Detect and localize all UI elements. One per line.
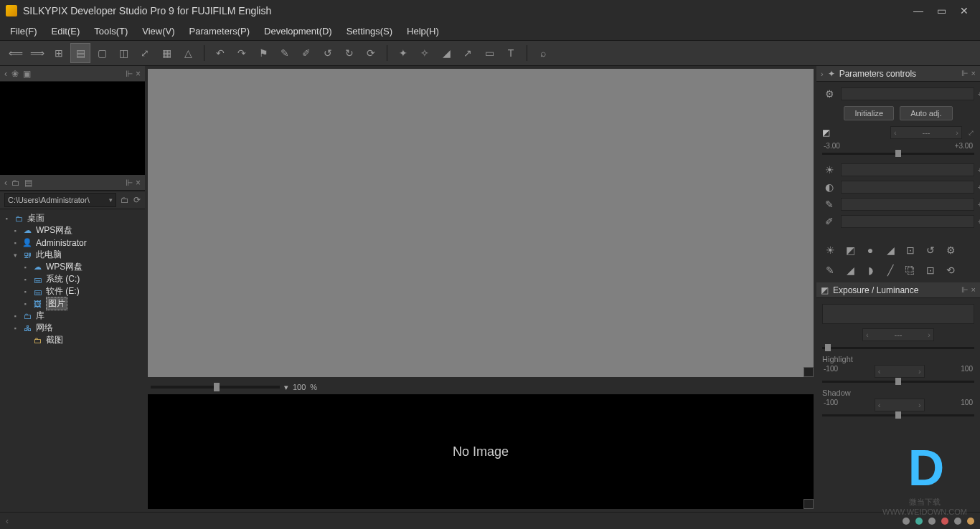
chevron-right-icon[interactable]: › [821,70,824,78]
tree-wps2[interactable]: ▪☁WPS网盘 [1,261,143,273]
tool-sharpen-icon[interactable]: ◢ [842,262,858,278]
tool-rotate2-icon[interactable]: ⟲ [943,262,958,278]
exposure-slider[interactable] [822,153,974,155]
collapse-icon[interactable]: ⊩ [961,285,969,295]
tool-text-icon[interactable]: T [501,43,521,63]
path-field[interactable]: C:\Users\Administrator\ [4,193,116,207]
brightness-field[interactable] [841,163,974,176]
tool-highlight-icon[interactable]: ◢ [882,242,898,258]
contrast-icon[interactable]: ◐ [822,181,837,193]
tool-next-icon[interactable]: ⟹ [27,43,47,63]
tool-crop2-icon[interactable]: ⊡ [923,262,938,278]
camera-icon[interactable]: ▣ [23,69,31,79]
collapse-icon[interactable]: ⊩ [126,178,133,188]
tool-line-icon[interactable]: ╱ [882,262,898,278]
menu-settings[interactable]: Settings(S) [341,23,398,39]
tool-copy-icon[interactable]: ⿻ [903,262,918,278]
tool-erase-icon[interactable]: ◢ [436,43,456,63]
collapse-icon[interactable]: ⊩ [961,69,969,78]
tool-brush-icon[interactable]: ✎ [275,43,295,63]
tool-split-icon[interactable]: ◫ [113,43,133,63]
resize-handle-icon[interactable] [804,367,814,377]
tool-screen-icon[interactable]: ▭ [479,43,499,63]
tool-gear2-icon[interactable]: ⚙ [943,242,958,258]
tool-brush2-icon[interactable]: ✎ [822,262,838,278]
tree-sysc[interactable]: ▪🖴系统 (C:) [1,273,143,285]
shadow-slider[interactable] [822,414,974,416]
tool-flag-icon[interactable]: ⚑ [253,43,273,63]
tool-rotate-ccw-icon[interactable]: ↺ [318,43,338,63]
color-icon[interactable]: ✎ [822,199,837,210]
tool-tone-icon[interactable]: ◩ [842,242,858,258]
tool-crop-icon[interactable]: ⊡ [903,242,918,258]
chevron-left-icon[interactable]: ‹ [4,69,7,79]
tree-library[interactable]: ▪🗀库 [1,310,143,322]
tool-rotate-cw-icon[interactable]: ↻ [339,43,359,63]
initialize-button[interactable]: Initialize [844,106,894,120]
tool-redo-icon[interactable]: ↷ [232,43,252,63]
chevron-left-icon[interactable]: ‹ [4,178,7,188]
tool-grid4-icon[interactable]: ⊞ [49,43,69,63]
chat-icon[interactable]: ▤ [24,178,32,188]
tool-grid-icon[interactable]: ▦ [156,43,176,63]
menu-view[interactable]: View(V) [136,23,180,39]
tool-warning-icon[interactable]: △ [178,43,198,63]
saturation-field[interactable] [841,215,974,228]
luminance-slider[interactable] [822,347,974,349]
tool-prev-icon[interactable]: ⟸ [6,43,26,63]
expand-icon[interactable]: ⤢ [968,128,974,138]
brightness-icon[interactable]: ☀ [822,164,837,176]
tree-admin[interactable]: ▪👤Administrator [1,237,143,249]
menu-file[interactable]: File(F) [4,23,43,39]
highlight-slider[interactable] [822,381,974,383]
exposure-spinner[interactable]: --- [890,126,962,139]
palette-icon[interactable]: ❀ [11,69,19,79]
tree-desktop[interactable]: ▪🗀桌面 [1,212,143,224]
tool-export-icon[interactable]: ↗ [458,43,478,63]
exposure-icon[interactable]: ◩ [822,128,830,138]
highlight-spinner[interactable] [875,365,925,378]
tool-single-icon[interactable]: ▢ [92,43,112,63]
minimize-button[interactable]: — [908,4,928,18]
contrast-field[interactable] [841,181,974,194]
tool-rotate-icon[interactable]: ⟳ [361,43,381,63]
auto-adj-button[interactable]: Auto adj. [900,106,952,120]
close-panel-icon[interactable]: × [136,69,141,79]
menu-tools[interactable]: Tools(T) [88,23,133,39]
refresh-icon[interactable]: ⟳ [133,195,141,205]
tool-eraser-icon[interactable]: ✐ [296,43,316,63]
luminance-spinner[interactable]: --- [862,328,934,341]
menu-development[interactable]: Development(D) [258,23,338,39]
tool-fullscreen-icon[interactable]: ⤢ [135,43,155,63]
saturation-icon[interactable]: ✐ [822,216,837,227]
preset-field[interactable] [841,87,974,100]
resize-handle-icon[interactable] [804,499,814,509]
tool-undo-icon[interactable]: ↶ [210,43,230,63]
menu-help[interactable]: Help(H) [401,23,445,39]
zoom-dropdown-icon[interactable]: ▾ [284,383,288,392]
folder-open-icon[interactable]: 🗀 [11,178,20,188]
tool-reset-icon[interactable]: ↺ [923,242,938,258]
gear-icon[interactable]: ⚙ [822,88,837,100]
tree-pictures[interactable]: ▪🖼图片 [1,297,143,310]
shadow-spinner[interactable] [875,399,925,411]
color-field[interactable] [841,198,974,211]
canvas-area[interactable] [148,69,814,377]
menu-parameters[interactable]: Parameters(P) [184,23,256,39]
tree-wps1[interactable]: ▪☁WPS网盘 [1,224,143,237]
tool-thumbnail-icon[interactable]: ▤ [70,43,90,63]
tool-sun-icon[interactable]: ☀ [822,242,838,258]
close-panel-icon[interactable]: × [971,69,976,78]
tool-fish-icon[interactable]: ◗ [862,262,878,278]
tree-screenshot[interactable]: 🗀截图 [1,334,143,346]
tree-thispc[interactable]: ▾🖳此电脑 [1,249,143,261]
close-panel-icon[interactable]: × [971,285,976,295]
tool-sparkle-icon[interactable]: ✧ [415,43,435,63]
tool-circle-icon[interactable]: ● [862,242,878,258]
status-left-icon[interactable]: ‹ [6,516,9,526]
maximize-button[interactable]: ▭ [931,4,951,18]
tree-network[interactable]: ▪🖧网络 [1,322,143,334]
tree-softe[interactable]: ▪🖴软件 (E:) [1,285,143,297]
close-button[interactable]: ✕ [954,4,974,18]
tool-wand-icon[interactable]: ✦ [393,43,413,63]
